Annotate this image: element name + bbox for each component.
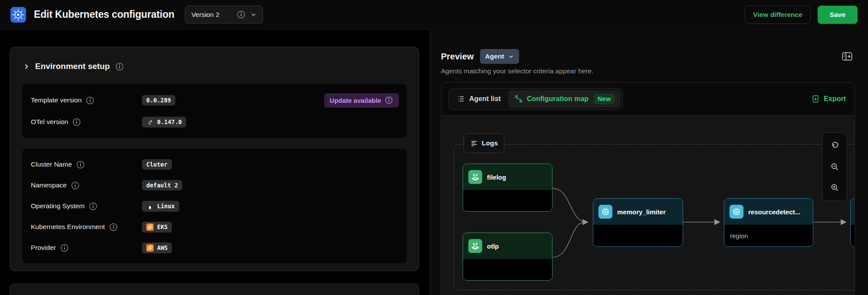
field-value-badge: EKS bbox=[142, 222, 172, 233]
version-selector[interactable]: Version 2 bbox=[185, 6, 263, 23]
zoom-in-icon[interactable] bbox=[826, 179, 843, 196]
info-icon[interactable] bbox=[71, 181, 79, 190]
update-available-badge[interactable]: Update available bbox=[324, 93, 399, 108]
info-icon[interactable] bbox=[76, 161, 85, 169]
export-button[interactable]: Export bbox=[811, 95, 846, 103]
tab-agent-list[interactable]: Agent list bbox=[450, 90, 507, 108]
otel-version-value: 0.147.0 bbox=[142, 117, 186, 128]
field-label: Template version bbox=[31, 96, 82, 104]
map-toolbar: Agent list Configuration map New bbox=[441, 83, 855, 115]
node-label: otlp bbox=[487, 243, 499, 250]
tab-label: Agent list bbox=[469, 95, 501, 103]
node-attribute: region bbox=[724, 225, 813, 247]
preview-title: Preview bbox=[441, 52, 474, 62]
field-label: OTel version bbox=[31, 118, 68, 126]
preview-subtitle: Agents matching your selector criteria a… bbox=[441, 67, 594, 75]
node-label: filelog bbox=[487, 174, 506, 181]
top-bar: Edit Kubernetes configuration Version 2 … bbox=[0, 0, 868, 30]
export-file-icon bbox=[811, 95, 820, 103]
info-icon[interactable] bbox=[109, 223, 118, 231]
view-tab-group: Agent list Configuration map New bbox=[448, 88, 623, 110]
group-label: Logs bbox=[482, 139, 498, 147]
export-label: Export bbox=[824, 95, 846, 103]
versions-card: Template version 0.0.289 Update availabl… bbox=[22, 84, 407, 138]
preview-mode-selector[interactable]: Agent bbox=[480, 49, 519, 64]
logs-group-chip[interactable]: Logs bbox=[464, 133, 504, 153]
namespace-row: Namespace default 2 bbox=[30, 175, 399, 196]
operating-system-row: Operating System bbox=[30, 196, 399, 216]
node-resourcedetection[interactable]: resourcedetect... region bbox=[724, 198, 813, 247]
node-otlp[interactable]: otlp bbox=[463, 233, 552, 281]
info-icon[interactable] bbox=[72, 118, 81, 126]
cluster-name-row: Cluster Name Cluter bbox=[30, 154, 399, 175]
logs-icon bbox=[470, 139, 478, 148]
canvas-controls bbox=[822, 132, 847, 201]
node-body bbox=[593, 225, 683, 247]
template-version-value: 0.0.289 bbox=[142, 95, 175, 105]
environment-setup-card: Environment setup Template version bbox=[10, 47, 419, 271]
info-icon[interactable] bbox=[60, 244, 69, 252]
linux-penguin-icon bbox=[146, 203, 154, 210]
kubernetes-logo bbox=[10, 7, 26, 23]
tab-label: Configuration map bbox=[527, 95, 589, 103]
telescope-icon bbox=[146, 118, 154, 126]
configuration-map-panel: Agent list Configuration map New bbox=[441, 82, 855, 295]
preview-mode-label: Agent bbox=[485, 52, 504, 60]
info-icon[interactable] bbox=[115, 62, 124, 71]
collapse-panel-icon[interactable] bbox=[841, 50, 853, 62]
new-badge: New bbox=[594, 94, 615, 104]
field-label: Provider bbox=[31, 244, 56, 252]
node-label: memory_limiter bbox=[617, 208, 666, 216]
next-section-card bbox=[10, 283, 419, 295]
page-title: Edit Kubernetes configuration bbox=[34, 9, 174, 20]
chevron-down-icon bbox=[250, 12, 256, 18]
node-clipped-right[interactable] bbox=[850, 198, 855, 247]
receiver-icon bbox=[468, 170, 482, 184]
provider-row: Provider A bbox=[30, 237, 399, 258]
chevron-down-icon bbox=[508, 54, 514, 59]
cluster-settings-card: Cluster Name Cluter Namespace default 2 bbox=[22, 149, 407, 263]
field-value-badge: AWS bbox=[142, 243, 172, 253]
kubernetes-environment-row: Kubernetes Environment bbox=[30, 216, 399, 237]
template-version-row: Template version 0.0.289 Update availabl… bbox=[30, 89, 399, 111]
processor-icon bbox=[730, 205, 743, 219]
field-label: Operating System bbox=[31, 202, 85, 210]
node-label: resourcedetect... bbox=[748, 208, 800, 216]
node-body bbox=[463, 190, 552, 212]
node-filelog[interactable]: filelog bbox=[463, 164, 552, 212]
field-label: Cluster Name bbox=[31, 161, 72, 168]
info-icon bbox=[385, 96, 393, 105]
otel-version-row: OTel version bbox=[30, 111, 399, 133]
zoom-out-icon[interactable] bbox=[826, 158, 843, 175]
info-icon[interactable] bbox=[89, 202, 97, 210]
save-button[interactable]: Save bbox=[818, 6, 858, 24]
panel-divider bbox=[430, 30, 430, 295]
node-memory-limiter[interactable]: memory_limiter bbox=[593, 198, 683, 247]
node-body bbox=[463, 259, 552, 281]
chevron-right-icon[interactable] bbox=[23, 63, 30, 70]
aws-orange-icon bbox=[146, 223, 154, 231]
field-label: Namespace bbox=[31, 181, 67, 189]
info-icon[interactable] bbox=[86, 96, 94, 105]
field-value-badge: Linux bbox=[142, 201, 179, 212]
reset-view-icon[interactable] bbox=[826, 137, 843, 154]
section-title: Environment setup bbox=[35, 62, 110, 71]
flow-map-icon bbox=[514, 95, 523, 103]
field-value-badge: Cluter bbox=[142, 159, 172, 170]
receiver-icon bbox=[468, 239, 482, 253]
processor-icon bbox=[598, 205, 612, 219]
node-body bbox=[851, 225, 855, 247]
app-window: Edit Kubernetes configuration Version 2 … bbox=[0, 0, 868, 295]
field-label: Kubernetes Environment bbox=[31, 223, 105, 231]
field-value-badge: default 2 bbox=[142, 180, 182, 190]
pipeline-canvas[interactable]: Logs bbox=[441, 115, 855, 295]
tab-configuration-map[interactable]: Configuration map New bbox=[508, 90, 621, 108]
version-label: Version 2 bbox=[191, 11, 232, 19]
list-icon bbox=[457, 95, 465, 103]
view-difference-button[interactable]: View difference bbox=[745, 6, 810, 24]
aws-orange-icon bbox=[146, 244, 154, 252]
info-icon[interactable] bbox=[237, 10, 245, 19]
